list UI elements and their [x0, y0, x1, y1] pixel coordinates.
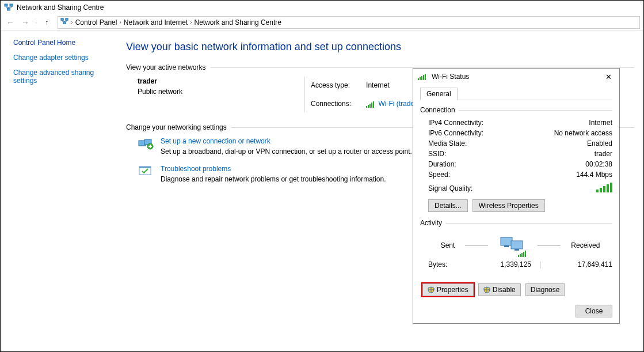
media-state-value: Enabled — [587, 139, 612, 147]
properties-button-label: Properties — [437, 286, 468, 294]
signal-icon — [366, 101, 374, 108]
ipv6-value: No network access — [554, 129, 612, 137]
ipv4-value: Internet — [589, 119, 612, 127]
sidebar-adapter-settings-link[interactable]: Change adapter settings — [13, 54, 113, 62]
details-button[interactable]: Details... — [428, 199, 468, 212]
signal-quality-label: Signal Quality: — [428, 184, 472, 192]
ipv6-label: IPv6 Connectivity: — [428, 129, 483, 137]
bytes-received-value: 17,649,411 — [550, 260, 612, 268]
dialog-title: Wi-Fi Status — [432, 73, 469, 81]
troubleshoot-desc: Diagnose and repair network problems or … — [161, 175, 386, 183]
wireless-properties-button[interactable]: Wireless Properties — [472, 199, 545, 212]
access-type-label: Access type: — [311, 81, 351, 89]
chevron-right-icon[interactable]: › — [119, 19, 121, 25]
sidebar-advanced-sharing-link[interactable]: Change advanced sharing settings — [13, 69, 113, 85]
forward-button[interactable]: → — [19, 16, 32, 29]
window-titlebar: Network and Sharing Centre — [1, 1, 643, 14]
breadcrumb[interactable]: Network and Sharing Centre — [195, 18, 281, 27]
up-button[interactable]: ↑ — [40, 16, 53, 29]
network-center-icon — [4, 3, 13, 12]
svg-rect-3 — [61, 18, 63, 21]
activity-section-heading: Activity — [420, 219, 612, 227]
media-state-label: Media State: — [428, 139, 467, 147]
activity-monitors-icon — [498, 235, 527, 256]
properties-button[interactable]: Properties — [422, 283, 474, 296]
speed-label: Speed: — [428, 171, 450, 179]
breadcrumb[interactable]: Control Panel — [75, 18, 117, 27]
sidebar: Control Panel Home Change adapter settin… — [1, 31, 119, 351]
close-button[interactable]: Close — [576, 305, 612, 317]
dialog-tabs: General — [420, 87, 612, 100]
page-title: View your basic network information and … — [126, 41, 634, 53]
connection-section-heading: Connection — [420, 106, 612, 114]
setup-connection-desc: Set up a broadband, dial-up or VPN conne… — [161, 147, 412, 156]
disable-button[interactable]: Disable — [478, 283, 521, 296]
nav-separator: · — [35, 18, 37, 27]
ssid-value: trader — [595, 150, 612, 158]
diagnose-button[interactable]: Diagnose — [525, 283, 565, 296]
troubleshoot-link[interactable]: Troubleshoot problems — [161, 165, 386, 173]
svg-rect-13 — [504, 245, 509, 247]
breadcrumb[interactable]: Network and Internet — [124, 18, 188, 27]
address-bar[interactable]: › Control Panel › Network and Internet ›… — [58, 16, 640, 29]
disable-button-label: Disable — [493, 286, 516, 294]
network-type: Public network — [138, 88, 304, 96]
window-title: Network and Sharing Centre — [17, 3, 104, 12]
svg-rect-4 — [66, 18, 68, 21]
shield-icon — [483, 286, 490, 293]
ipv4-label: IPv4 Connectivity: — [428, 119, 483, 127]
nav-toolbar: ← → · ↑ › Control Panel › Network and In… — [1, 14, 643, 31]
network-center-icon — [60, 17, 68, 27]
svg-rect-10 — [139, 166, 151, 168]
duration-label: Duration: — [428, 160, 456, 168]
duration-value: 00:02:38 — [585, 160, 612, 168]
svg-rect-5 — [63, 22, 66, 24]
connections-link[interactable]: Wi-Fi (trader) — [366, 100, 419, 108]
back-button[interactable]: ← — [4, 16, 17, 29]
connections-label: Connections: — [311, 100, 351, 108]
sent-label: Sent — [441, 241, 455, 249]
wifi-status-dialog: Wi-Fi Status ✕ General Connection IPv4 C… — [413, 68, 620, 324]
close-icon[interactable]: ✕ — [602, 70, 615, 83]
shield-icon — [428, 286, 435, 293]
speed-value: 144.4 Mbps — [576, 171, 612, 179]
svg-rect-2 — [7, 8, 10, 10]
signal-icon — [418, 73, 426, 80]
access-type-value: Internet — [366, 81, 419, 89]
signal-quality-icon — [596, 182, 612, 192]
svg-rect-11 — [501, 237, 512, 245]
chevron-right-icon[interactable]: › — [190, 19, 192, 25]
ssid-label: SSID: — [428, 150, 446, 158]
setup-connection-icon — [138, 137, 154, 150]
signal-icon — [518, 250, 526, 257]
setup-connection-link[interactable]: Set up a new connection or network — [161, 137, 412, 145]
sidebar-home-link[interactable]: Control Panel Home — [13, 39, 113, 47]
svg-rect-12 — [511, 241, 523, 249]
chevron-right-icon[interactable]: › — [71, 19, 73, 25]
dialog-titlebar: Wi-Fi Status ✕ — [413, 69, 619, 85]
svg-rect-1 — [10, 4, 13, 6]
bytes-label: Bytes: — [428, 260, 468, 268]
network-name: trader — [138, 77, 304, 85]
svg-rect-0 — [5, 4, 7, 6]
troubleshoot-icon — [138, 165, 154, 177]
bytes-sent-value: 1,339,125 — [468, 260, 531, 268]
tab-general[interactable]: General — [420, 88, 458, 100]
received-label: Received — [571, 241, 600, 249]
